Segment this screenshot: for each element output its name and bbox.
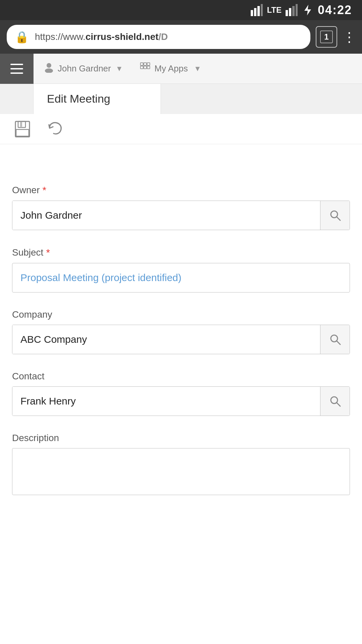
svg-rect-13: [147, 63, 150, 65]
header-indent: [0, 84, 34, 114]
company-input-wrapper: [12, 325, 350, 354]
svg-rect-11: [140, 63, 143, 65]
save-icon: [13, 120, 32, 138]
owner-search-button[interactable]: [320, 201, 350, 230]
address-bar: 🔒 https://www.cirrus-shield.net/D 1 ⋮: [0, 20, 362, 54]
owner-label: Owner *: [12, 184, 350, 196]
user-icon: [44, 62, 54, 75]
user-chevron-icon: ▼: [116, 64, 123, 73]
form-area: Owner * Subject * Company: [0, 184, 362, 496]
description-label: Description: [12, 433, 350, 443]
company-field-group: Company: [12, 309, 350, 354]
subject-field-group: Subject *: [12, 247, 350, 292]
page-header: Edit Meeting: [0, 84, 362, 114]
contact-field-group: Contact: [12, 371, 350, 416]
subject-required-star: *: [46, 247, 50, 258]
svg-rect-2: [257, 6, 260, 16]
nav-apps-label: My Apps: [155, 63, 188, 74]
svg-line-24: [337, 341, 340, 344]
apps-grid-icon: [140, 62, 150, 75]
status-icons: LTE 04:22: [251, 3, 352, 17]
status-time: 04:22: [318, 3, 352, 17]
svg-rect-1: [254, 8, 256, 16]
more-menu-button[interactable]: ⋮: [343, 29, 355, 45]
page-title-rest: [161, 84, 362, 114]
nav-username: John Gardner: [58, 63, 111, 74]
tab-button[interactable]: 1: [316, 26, 337, 48]
contact-input-wrapper: [12, 386, 350, 416]
contact-input[interactable]: [12, 387, 320, 416]
svg-line-26: [337, 402, 340, 406]
svg-rect-7: [296, 4, 298, 16]
owner-input-wrapper: [12, 201, 350, 230]
subject-input[interactable]: [12, 263, 350, 292]
company-label: Company: [12, 309, 350, 320]
save-button[interactable]: [10, 117, 35, 142]
apps-chevron-icon: ▼: [194, 64, 201, 73]
svg-rect-4: [286, 10, 288, 16]
company-input[interactable]: [12, 325, 320, 354]
signal-icon: [251, 4, 263, 16]
owner-input[interactable]: [12, 201, 320, 230]
lte-badge: LTE: [267, 5, 282, 15]
company-search-icon: [329, 333, 342, 346]
url-field[interactable]: 🔒 https://www.cirrus-shield.net/D: [7, 25, 310, 49]
description-input[interactable]: [12, 448, 350, 495]
undo-icon: [46, 120, 64, 138]
svg-rect-19: [16, 129, 29, 136]
status-bar: LTE 04:22: [0, 0, 362, 20]
svg-rect-5: [289, 8, 291, 16]
svg-rect-16: [147, 66, 150, 69]
subject-label: Subject *: [12, 247, 350, 258]
contact-search-icon: [329, 395, 342, 408]
company-search-button[interactable]: [320, 325, 350, 354]
toolbar: [0, 114, 362, 144]
page-title-area: Edit Meeting: [34, 84, 161, 114]
contact-label: Contact: [12, 371, 350, 382]
svg-rect-0: [251, 10, 253, 16]
owner-field-group: Owner *: [12, 184, 350, 230]
nav-apps-menu[interactable]: My Apps ▼: [133, 62, 208, 75]
form-spacer: [0, 144, 362, 184]
svg-rect-3: [261, 4, 263, 16]
svg-rect-20: [20, 122, 22, 127]
svg-rect-14: [140, 66, 143, 69]
description-field-group: Description: [12, 433, 350, 496]
lock-icon: 🔒: [15, 30, 29, 44]
svg-rect-12: [144, 63, 146, 65]
page-title: Edit Meeting: [47, 92, 110, 105]
owner-required-star: *: [42, 184, 46, 196]
svg-point-9: [47, 63, 51, 68]
svg-point-10: [45, 68, 53, 73]
battery-charging-icon: [302, 4, 314, 16]
owner-search-icon: [329, 209, 342, 222]
svg-rect-15: [144, 66, 146, 69]
url-text: https://www.cirrus-shield.net/D: [35, 32, 168, 42]
svg-rect-6: [292, 6, 295, 16]
undo-button[interactable]: [43, 117, 68, 142]
svg-marker-8: [304, 5, 311, 15]
tab-count: 1: [324, 32, 328, 42]
contact-search-button[interactable]: [320, 387, 350, 416]
signal-icon-2: [286, 4, 298, 16]
nav-user-menu[interactable]: John Gardner ▼: [34, 62, 133, 75]
hamburger-button[interactable]: [0, 54, 34, 84]
nav-bar: John Gardner ▼ My Apps ▼: [0, 54, 362, 84]
svg-line-22: [337, 217, 340, 220]
